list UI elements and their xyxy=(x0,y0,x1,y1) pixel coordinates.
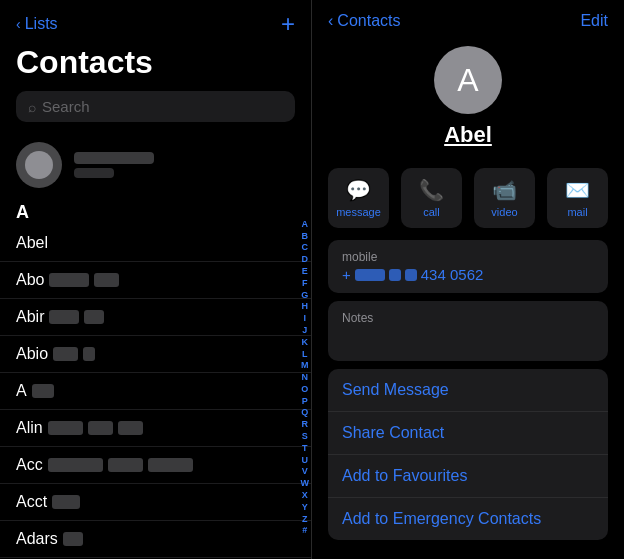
phone-blur-2 xyxy=(389,269,401,281)
alpha-t[interactable]: T xyxy=(301,443,310,454)
add-contact-button[interactable]: + xyxy=(281,12,295,36)
alpha-v[interactable]: V xyxy=(301,466,310,477)
right-nav: ‹ Contacts Edit xyxy=(312,0,624,38)
notes-section: Notes xyxy=(328,301,608,361)
alpha-n[interactable]: N xyxy=(301,372,310,383)
contact-name: Alin xyxy=(16,419,295,437)
blur-block xyxy=(118,421,143,435)
list-item[interactable]: Alin xyxy=(0,410,311,447)
alpha-p[interactable]: P xyxy=(301,396,310,407)
contacts-back-label: Contacts xyxy=(337,12,400,30)
my-card-row[interactable] xyxy=(0,134,311,196)
alpha-hash[interactable]: # xyxy=(301,525,310,536)
contact-name: Adars xyxy=(16,530,295,548)
contacts-back-button[interactable]: ‹ Contacts xyxy=(328,12,400,30)
mail-button[interactable]: ✉️ mail xyxy=(547,168,608,228)
list-item[interactable]: Abir xyxy=(0,299,311,336)
avatar: A xyxy=(434,46,502,114)
alpha-g[interactable]: G xyxy=(301,290,310,301)
list-item[interactable]: Adars xyxy=(0,521,311,558)
search-placeholder: Search xyxy=(42,98,90,115)
phone-number-partial: 434 0562 xyxy=(421,266,484,283)
contact-name: Abio xyxy=(16,345,295,363)
avatar-inner xyxy=(25,151,53,179)
call-icon: 📞 xyxy=(419,178,444,202)
add-to-emergency-contacts-button[interactable]: Add to Emergency Contacts xyxy=(328,498,608,540)
contact-name: Acct xyxy=(16,493,295,511)
phone-label: mobile xyxy=(342,250,594,264)
contact-actions-list: Send Message Share Contact Add to Favour… xyxy=(328,369,608,540)
call-button[interactable]: 📞 call xyxy=(401,168,462,228)
contact-name: Abel xyxy=(16,234,295,252)
left-nav: ‹ Lists + xyxy=(0,0,311,40)
chevron-left-icon: ‹ xyxy=(16,16,21,32)
alpha-l[interactable]: L xyxy=(301,349,310,360)
phone-value[interactable]: + 434 0562 xyxy=(342,266,594,283)
chevron-left-icon: ‹ xyxy=(328,12,333,30)
list-item[interactable]: A xyxy=(0,373,311,410)
alpha-y[interactable]: Y xyxy=(301,502,310,513)
contact-name: Acc xyxy=(16,456,295,474)
blur-block xyxy=(83,347,95,361)
phone-section: mobile + 434 0562 xyxy=(328,240,608,293)
blur-block xyxy=(148,458,193,472)
blur-block xyxy=(84,310,104,324)
alpha-x[interactable]: X xyxy=(301,490,310,501)
blur-block xyxy=(94,273,119,287)
list-item[interactable]: Acc xyxy=(0,447,311,484)
alpha-k[interactable]: K xyxy=(301,337,310,348)
contacts-scroll[interactable]: A Abel Abo Abir Abio xyxy=(0,196,311,559)
lists-back-label: Lists xyxy=(25,15,58,33)
contact-name: Abel xyxy=(444,122,492,148)
alpha-a[interactable]: A xyxy=(301,219,310,230)
blur-block xyxy=(63,532,83,546)
avatar-letter: A xyxy=(457,62,478,99)
edit-button[interactable]: Edit xyxy=(580,12,608,30)
alpha-u[interactable]: U xyxy=(301,455,310,466)
blur-block xyxy=(48,458,103,472)
alpha-r[interactable]: R xyxy=(301,419,310,430)
blur-block xyxy=(48,421,83,435)
alpha-h[interactable]: H xyxy=(301,301,310,312)
alpha-f[interactable]: F xyxy=(301,278,310,289)
list-item[interactable]: Abel xyxy=(0,225,311,262)
video-icon: 📹 xyxy=(492,178,517,202)
contact-name: Abir xyxy=(16,308,295,326)
notes-label: Notes xyxy=(342,311,594,325)
my-card-name-blur xyxy=(74,152,154,164)
list-item[interactable]: Abio xyxy=(0,336,311,373)
alpha-q[interactable]: Q xyxy=(301,407,310,418)
alpha-m[interactable]: M xyxy=(301,360,310,371)
phone-blur-1 xyxy=(355,269,385,281)
send-message-button[interactable]: Send Message xyxy=(328,369,608,412)
share-contact-button[interactable]: Share Contact xyxy=(328,412,608,455)
alpha-d[interactable]: D xyxy=(301,254,310,265)
my-card-avatar xyxy=(16,142,62,188)
contacts-list: A Abel Abo Abir Abio xyxy=(0,196,311,559)
alpha-c[interactable]: C xyxy=(301,242,310,253)
alpha-b[interactable]: B xyxy=(301,231,310,242)
blur-block xyxy=(88,421,113,435)
alphabet-index: A B C D E F G H I J K L M N O P Q R S T … xyxy=(301,196,310,559)
blur-block xyxy=(52,495,80,509)
blur-block xyxy=(49,273,89,287)
video-button[interactable]: 📹 video xyxy=(474,168,535,228)
video-label: video xyxy=(491,206,517,218)
alpha-s[interactable]: S xyxy=(301,431,310,442)
list-item[interactable]: Abo xyxy=(0,262,311,299)
add-to-favourites-button[interactable]: Add to Favourites xyxy=(328,455,608,498)
message-button[interactable]: 💬 message xyxy=(328,168,389,228)
alpha-z[interactable]: Z xyxy=(301,514,310,525)
alpha-i[interactable]: I xyxy=(301,313,310,324)
section-header-a: A xyxy=(0,196,311,225)
blur-block xyxy=(32,384,54,398)
alpha-w[interactable]: W xyxy=(301,478,310,489)
lists-back-button[interactable]: ‹ Lists xyxy=(16,15,58,33)
list-item[interactable]: Acct xyxy=(0,484,311,521)
alpha-j[interactable]: J xyxy=(301,325,310,336)
alpha-o[interactable]: O xyxy=(301,384,310,395)
contact-name: Abo xyxy=(16,271,295,289)
search-bar[interactable]: ⌕ Search xyxy=(16,91,295,122)
alpha-e[interactable]: E xyxy=(301,266,310,277)
phone-plus: + xyxy=(342,266,351,283)
